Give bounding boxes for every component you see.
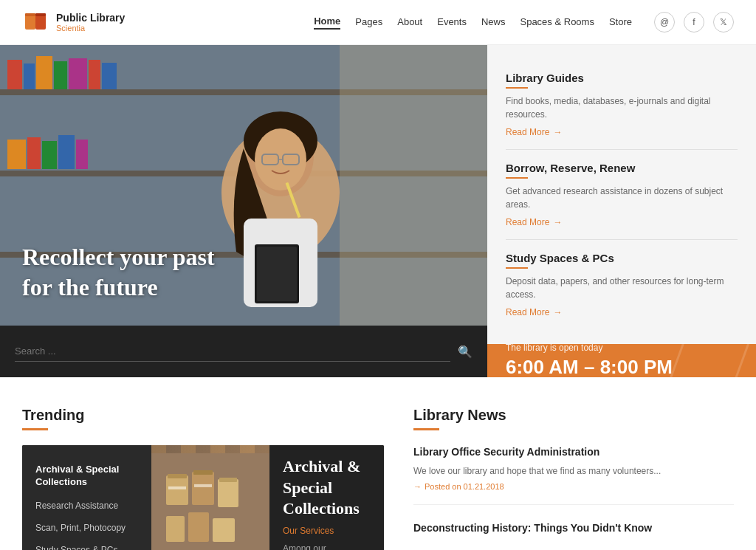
news-title: Library News xyxy=(413,407,734,424)
svg-rect-19 xyxy=(76,140,88,169)
svg-rect-12 xyxy=(69,58,87,89)
trending-content-subtitle: Our Services xyxy=(283,526,371,536)
social-icons: @ f 𝕏 xyxy=(654,12,734,32)
guide-underline-3 xyxy=(506,267,528,269)
header: Public Library Scientia Home Pages About… xyxy=(0,0,756,45)
svg-rect-13 xyxy=(89,60,100,89)
content-section: Trending Archival & Special Collections … xyxy=(0,377,756,550)
svg-rect-20 xyxy=(340,45,487,326)
logo-area: Public Library Scientia xyxy=(22,9,125,35)
facebook-icon[interactable]: f xyxy=(684,12,704,32)
svg-rect-30 xyxy=(257,247,297,301)
arrow-right-icon-3: → xyxy=(553,307,562,317)
trending-underline xyxy=(22,428,48,430)
hero-headline-line2: for the future xyxy=(22,272,215,303)
arrow-icon: → xyxy=(413,482,422,491)
nav-about[interactable]: About xyxy=(397,16,422,29)
logo-title: Public Library xyxy=(56,12,125,24)
read-more-1[interactable]: Read More → xyxy=(506,127,738,137)
svg-rect-11 xyxy=(54,61,67,89)
guide-panel: Library Guides Find books, media, databa… xyxy=(487,45,756,344)
nav-news[interactable]: News xyxy=(481,16,506,29)
news-item-2-title[interactable]: Deconstructing History: Things You Didn'… xyxy=(413,521,734,536)
svg-rect-9 xyxy=(24,63,35,89)
search-icon[interactable]: 🔍 xyxy=(458,345,472,359)
logo-text: Public Library Scientia xyxy=(56,12,125,32)
news-item-1: Library Office Security Administration W… xyxy=(413,445,734,505)
twitter-icon[interactable]: 𝕏 xyxy=(713,12,734,32)
guide-title-1: Library Guides xyxy=(506,72,738,84)
svg-rect-2 xyxy=(25,13,35,16)
trending-menu: Archival & Special Collections Research … xyxy=(22,445,151,550)
guide-desc-2: Get advanced research assistance in doze… xyxy=(506,185,738,211)
trending-menu-item-1[interactable]: Research Assistance xyxy=(22,495,151,517)
guide-underline-1 xyxy=(506,87,528,89)
hero-right-panel: Library Guides Find books, media, databa… xyxy=(487,45,756,377)
svg-rect-16 xyxy=(27,137,41,169)
guide-desc-3: Deposit data, papers, and other resource… xyxy=(506,275,738,301)
svg-rect-1 xyxy=(35,15,46,30)
search-input[interactable] xyxy=(15,341,450,362)
guide-underline-2 xyxy=(506,177,528,179)
arrow-right-icon: → xyxy=(553,127,562,137)
svg-rect-44 xyxy=(151,453,269,550)
svg-rect-8 xyxy=(7,60,22,89)
read-more-2[interactable]: Read More → xyxy=(506,217,738,227)
trending-content-title: Archival & Special Collections xyxy=(283,456,371,520)
logo-icon xyxy=(22,9,49,35)
hero-headline-line1: Recollect your past xyxy=(22,242,215,273)
nav-spaces[interactable]: Spaces & Rooms xyxy=(520,16,594,29)
open-today-label: The library is open today xyxy=(506,344,738,353)
svg-rect-15 xyxy=(7,140,26,169)
trending-menu-item-2[interactable]: Scan, Print, Photocopy xyxy=(22,517,151,539)
arrow-right-icon-2: → xyxy=(553,217,562,227)
nav-home[interactable]: Home xyxy=(314,16,340,30)
news-item-1-date: → Posted on 01.21.2018 xyxy=(413,482,734,491)
main-nav: Home Pages About Events News Spaces & Ro… xyxy=(314,12,734,32)
guide-item-3: Study Spaces & PCs Deposit data, papers,… xyxy=(506,240,738,329)
guide-title-2: Borrow, Reserve, Renew xyxy=(506,162,738,174)
news-item-2: Deconstructing History: Things You Didn'… xyxy=(413,521,734,550)
svg-rect-14 xyxy=(102,63,117,89)
trending-image xyxy=(151,445,269,550)
nav-store[interactable]: Store xyxy=(609,16,632,29)
trending-menu-title: Archival & Special Collections xyxy=(35,464,138,489)
guide-desc-1: Find books, media, databases, e-journals… xyxy=(506,94,738,121)
news-item-1-desc: We love our library and hope that we fin… xyxy=(413,464,734,478)
nav-events[interactable]: Events xyxy=(437,16,467,29)
hero-section: Recollect your past for the future 🔍 Lib… xyxy=(0,45,756,377)
open-hours-panel: The library is open today 6:00 AM – 8:00… xyxy=(487,344,756,377)
guide-title-3: Study Spaces & PCs xyxy=(506,252,738,264)
trending-content-text: Among our collections, you xyxy=(283,542,371,550)
trending-title: Trending xyxy=(22,407,384,424)
svg-rect-3 xyxy=(35,13,46,16)
svg-rect-17 xyxy=(42,141,57,169)
guide-item-2: Borrow, Reserve, Renew Get advanced rese… xyxy=(506,150,738,240)
open-hours-time: 6:00 AM – 8:00 PM xyxy=(506,356,738,377)
news-item-1-title[interactable]: Library Office Security Administration xyxy=(413,445,734,460)
news-column: Library News Library Office Security Adm… xyxy=(413,407,734,550)
trending-content: Archival & Special Collections Our Servi… xyxy=(269,445,384,550)
nav-pages[interactable]: Pages xyxy=(355,16,382,29)
read-more-3[interactable]: Read More → xyxy=(506,307,738,317)
trending-card: Archival & Special Collections Research … xyxy=(22,445,384,550)
hero-text: Recollect your past for the future xyxy=(22,242,215,303)
news-underline xyxy=(413,428,439,430)
svg-rect-10 xyxy=(36,56,52,89)
logo-subtitle: Scientia xyxy=(56,24,125,32)
trending-column: Trending Archival & Special Collections … xyxy=(22,407,384,550)
hero-search-bar: 🔍 xyxy=(0,326,487,377)
guide-item-1: Library Guides Find books, media, databa… xyxy=(506,60,738,150)
svg-rect-0 xyxy=(25,15,35,30)
globe-icon[interactable]: @ xyxy=(654,12,675,32)
trending-menu-header: Archival & Special Collections xyxy=(22,456,151,495)
trending-menu-item-3[interactable]: Study Spaces & PCs xyxy=(22,539,151,550)
hero-image-area: Recollect your past for the future 🔍 xyxy=(0,45,487,377)
svg-rect-18 xyxy=(58,135,75,169)
